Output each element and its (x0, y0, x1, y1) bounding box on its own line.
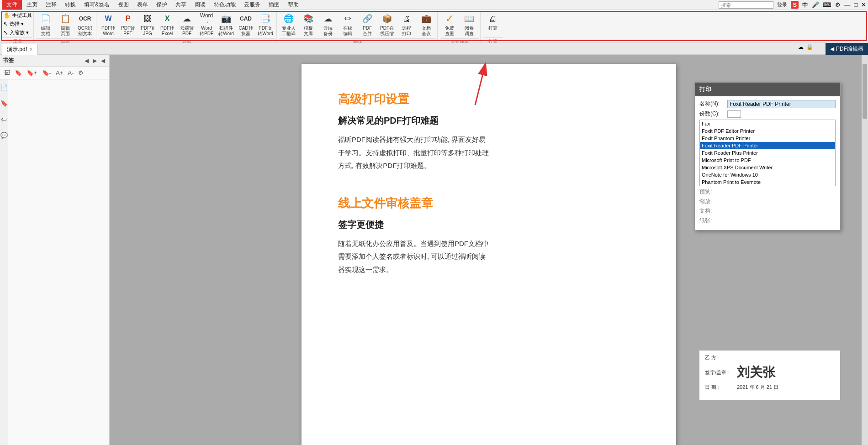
ocr-button[interactable]: OCR OCR识别文本 (75, 11, 95, 37)
cad-button[interactable]: CAD CAD转换器 (236, 11, 255, 37)
section2-body: 随着无纸化办公应用普及。当遇到使用PDF文档中 需要添加个人签名或者标识时, 可… (338, 237, 640, 277)
printer-fax[interactable]: Fax (700, 120, 835, 127)
pdf-editor-panel[interactable]: ◀ PDF编辑器 (826, 43, 868, 55)
ribbon: ✋ 手型工具 ↖ 选择 ▾ ⤡ 入缩放 ▾ 工具 📄 编辑文档 (0, 10, 868, 43)
online-edit-icon: ✏ (341, 12, 354, 25)
select-tool-button[interactable]: ↖ 选择 ▾ (2, 20, 25, 28)
free-check-button[interactable]: ✓ 免费查重 (440, 11, 459, 37)
pdf-to-ppt-button[interactable]: P PDF转PPT (118, 11, 138, 37)
menu-plugin[interactable]: 插图 (265, 0, 283, 10)
cloud-backup-button[interactable]: ☁ 云端备份 (318, 11, 338, 37)
pdf-to-excel-button[interactable]: X PDF转Excel (158, 11, 177, 37)
sidebar-font-decrease-btn[interactable]: A- (66, 68, 75, 77)
edit-doc-button[interactable]: 📄 编辑文档 (36, 11, 55, 37)
login-button[interactable]: 登录 (777, 1, 787, 8)
cloud-icons: ☁ 🔒 (798, 44, 813, 50)
sidebar-toolbar: 🖼 🔖 🔖+ 🔖- A+ A- ⚙ (0, 67, 109, 79)
menu-help[interactable]: 帮助 (284, 0, 302, 10)
compress-icon: 📦 (381, 12, 393, 25)
sidebar-collapse-button[interactable]: ◀ (100, 57, 106, 64)
vertical-scrollbar[interactable] (862, 55, 868, 445)
sidebar-nav-icon-4[interactable]: 💬 (0, 132, 8, 139)
print-name-input[interactable] (727, 100, 836, 108)
printer-list[interactable]: Fax Foxit PDF Editor Printer Foxit Phant… (699, 120, 836, 186)
remote-print-button[interactable]: 🖨 远程打印 (397, 11, 416, 37)
svg-line-1 (475, 68, 484, 105)
maximize-icon[interactable]: □ (854, 1, 857, 8)
menu-protect[interactable]: 保护 (153, 0, 171, 10)
printer-ms-pdf[interactable]: Microsoft Print to PDF (700, 157, 835, 164)
lock-icon: 🔒 (806, 44, 813, 50)
pdf-to-word-button[interactable]: W PDF转Word (99, 11, 118, 37)
cloud-icon: ☁ (798, 44, 804, 50)
print-paper-label: 纸张: (699, 217, 725, 225)
pdf-content-area: 高级打印设置 解决常见的PDF打印难题 福昕PDF阅读器拥有强大的打印功能, 界… (110, 55, 868, 445)
printer-onenote[interactable]: OneNote for Windows 10 (700, 171, 835, 178)
tab-close-button[interactable]: × (30, 47, 32, 52)
printer-foxit-editor[interactable]: Foxit PDF Editor Printer (700, 127, 835, 135)
hand-tool-button[interactable]: ✋ 手型工具 (2, 11, 33, 19)
menu-read[interactable]: 阅读 (191, 0, 209, 10)
settings-icon[interactable]: ⚙ (835, 1, 841, 8)
close-icon[interactable]: ✕ (861, 1, 866, 8)
sig-value: 刘关张 (737, 364, 775, 381)
app-file-menu[interactable]: 文件 (2, 0, 22, 10)
edit-page-button[interactable]: 📋 编辑页面 (56, 11, 75, 37)
read-survey-button[interactable]: 📖 阅卷调查 (460, 11, 479, 37)
excel-icon: X (161, 12, 174, 25)
minimize-icon[interactable]: — (844, 1, 850, 8)
menu-special[interactable]: 特色功能 (210, 0, 239, 10)
sidebar-nav-icon-2[interactable]: 🔖 (0, 100, 8, 107)
sidebar-expand-button[interactable]: ▶ (91, 57, 98, 64)
print-dialog-title: 打印 (695, 83, 840, 96)
pro-translate-button[interactable]: 🌐 专业人工翻译 (279, 11, 298, 37)
sidebar-remove-bookmark-btn[interactable]: 🔖- (41, 68, 53, 77)
party-label: 乙 方： (705, 354, 721, 361)
menu-form[interactable]: 表单 (133, 0, 152, 10)
menu-home[interactable]: 主页 (23, 0, 41, 10)
sidebar-add-bookmark-btn[interactable]: 🔖+ (25, 68, 39, 77)
survey-icon: 📖 (463, 12, 476, 25)
doc-meeting-button[interactable]: 💼 文档会议 (417, 11, 436, 37)
printer-phantom-evernote[interactable]: Phantom Print to Evernote (700, 178, 835, 186)
print-name-label: 名称(N): (699, 100, 725, 108)
online-edit-button[interactable]: ✏ 在线编辑 (338, 11, 357, 37)
scroll-thumb[interactable] (863, 64, 867, 119)
menu-annotate[interactable]: 注释 (42, 0, 60, 10)
printer-ms-xps[interactable]: Microsoft XPS Document Writer (700, 164, 835, 171)
menu-share[interactable]: 共享 (172, 0, 190, 10)
keyboard-icon[interactable]: ⌨ (823, 1, 831, 8)
printer-foxit-plus[interactable]: Foxit Reader Plus Printer (700, 149, 835, 157)
search-input[interactable] (719, 1, 773, 9)
sidebar-font-increase-btn[interactable]: A+ (54, 68, 64, 77)
word-to-pdf-button[interactable]: Word→ Word转PDF (197, 11, 216, 37)
menu-convert[interactable]: 转换 (61, 0, 79, 10)
print-copies-input[interactable] (727, 110, 741, 118)
sidebar-bookmark-btn[interactable]: 🔖 (13, 68, 23, 77)
sidebar-nav-icon-3[interactable]: 🏷 (1, 116, 7, 123)
arrow-icon: ◀ (830, 46, 834, 52)
printer-foxit-reader[interactable]: Foxit Reader PDF Printer (700, 142, 835, 149)
pdf-tab[interactable]: 演示.pdf × (2, 44, 37, 55)
sidebar-thumbnail-btn[interactable]: 🖼 (3, 68, 11, 77)
menu-sign[interactable]: 填写&签名 (80, 0, 113, 10)
zoom-tool-button[interactable]: ⤡ 入缩放 ▾ (2, 29, 30, 37)
pdf-to-jpg-button[interactable]: 🖼 PDF转JPG (138, 11, 157, 37)
print-zoom-label: 缩放: (699, 198, 725, 205)
scan-convert-button[interactable]: 📷 扫描件转Word (217, 11, 236, 37)
sidebar-prev-button[interactable]: ◀ (83, 57, 90, 64)
sidebar-nav-icon-1[interactable]: 📄 (0, 84, 8, 91)
sidebar-settings-btn[interactable]: ⚙ (77, 68, 85, 77)
section1-body: 福昕PDF阅读器拥有强大的打印功能, 界面友好易 于学习。支持虚拟打印、批量打印… (338, 133, 640, 173)
menu-cloud[interactable]: 云服务 (240, 0, 264, 10)
cloud-to-pdf-button[interactable]: ☁ 云端转PDF (177, 11, 196, 37)
pdf-merge-button[interactable]: 🔗 PDF合并 (358, 11, 377, 37)
ribbon-group-convert: W PDF转Word P PDF转PPT 🖼 PDF转JPG X PDF转Exc… (97, 11, 277, 46)
template-lib-button[interactable]: 📚 模板文库 (299, 11, 318, 37)
printer-foxit-phantom[interactable]: Foxit Phantom Printer (700, 135, 835, 142)
pdf-text-button[interactable]: 📑 PDF文转Word (256, 11, 275, 37)
menu-view[interactable]: 视图 (114, 0, 132, 10)
print-button[interactable]: 🖨 打窟 (483, 11, 503, 37)
mic-icon[interactable]: 🎤 (812, 1, 819, 8)
pdf-compress-button[interactable]: 📦 PDF在线压缩 (377, 11, 397, 37)
